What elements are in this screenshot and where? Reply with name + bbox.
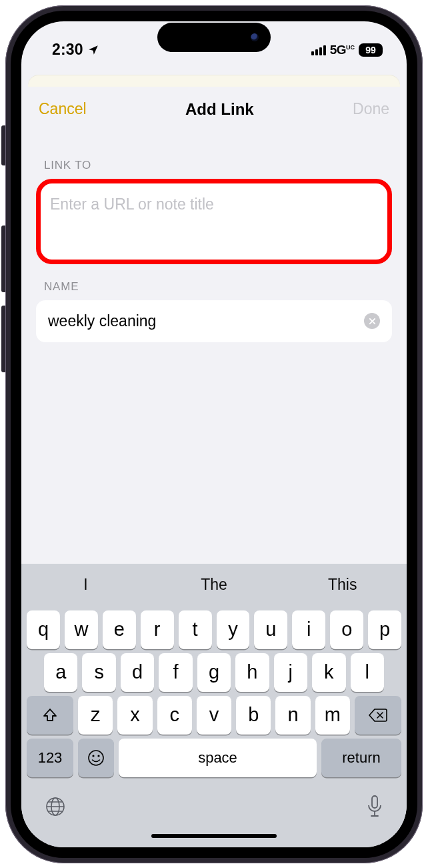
key-s[interactable]: s [82, 653, 115, 692]
key-row-1: q w e r t y u i o p [21, 606, 407, 649]
key-z[interactable]: z [78, 696, 113, 735]
key-row-3: z x c v b n m [21, 692, 407, 735]
battery-indicator: 99 [359, 43, 383, 57]
svg-rect-5 [372, 796, 377, 808]
suggestion-2[interactable]: The [150, 576, 279, 594]
key-u[interactable]: u [254, 610, 287, 649]
space-key[interactable]: space [119, 739, 317, 777]
key-h[interactable]: h [235, 653, 269, 692]
clear-name-button[interactable] [364, 313, 380, 329]
numbers-key[interactable]: 123 [27, 739, 73, 777]
key-b[interactable]: b [236, 696, 271, 735]
status-right: 5GUC 99 [311, 43, 383, 57]
key-row-2: a s d f g h j k l [21, 649, 407, 692]
suggestion-3[interactable]: This [278, 576, 407, 594]
onscreen-keyboard: I The This q w e r t y u i o p a [21, 564, 407, 847]
emoji-icon [87, 749, 105, 767]
key-n[interactable]: n [275, 696, 310, 735]
screen: 2:30 5GUC 99 [21, 21, 407, 847]
svg-point-0 [89, 751, 103, 765]
key-o[interactable]: o [330, 610, 363, 649]
network-label: 5GUC [330, 43, 355, 57]
key-q[interactable]: q [27, 610, 60, 649]
close-icon [369, 318, 376, 325]
backspace-key[interactable] [355, 696, 401, 735]
backspace-icon [369, 708, 387, 723]
shift-key[interactable] [27, 696, 73, 735]
cancel-button[interactable]: Cancel [39, 100, 87, 118]
key-d[interactable]: d [121, 653, 154, 692]
key-f[interactable]: f [159, 653, 192, 692]
home-indicator[interactable] [151, 834, 277, 838]
content-spacer [21, 342, 407, 564]
svg-point-1 [92, 755, 94, 757]
done-button[interactable]: Done [353, 100, 389, 118]
globe-icon [44, 795, 67, 818]
predictive-bar: I The This [21, 564, 407, 606]
cellular-signal-icon [311, 45, 326, 55]
key-g[interactable]: g [197, 653, 231, 692]
key-y[interactable]: y [217, 610, 250, 649]
battery-percent: 99 [359, 43, 383, 57]
key-t[interactable]: t [179, 610, 212, 649]
suggestion-1[interactable]: I [21, 576, 150, 594]
key-m[interactable]: m [315, 696, 350, 735]
key-w[interactable]: w [65, 610, 98, 649]
name-input[interactable] [48, 300, 364, 342]
name-section-label: NAME [36, 264, 392, 300]
key-j[interactable]: j [274, 653, 307, 692]
key-c[interactable]: c [157, 696, 192, 735]
link-to-field-highlight [36, 179, 392, 264]
dynamic-island [157, 23, 271, 52]
status-time: 2:30 [52, 41, 83, 59]
return-key[interactable]: return [321, 739, 401, 777]
name-field [36, 300, 392, 342]
shift-icon [42, 707, 58, 723]
location-icon [87, 44, 99, 56]
dictation-key[interactable] [365, 795, 384, 821]
status-left: 2:30 [52, 41, 99, 59]
key-p[interactable]: p [368, 610, 401, 649]
key-k[interactable]: k [312, 653, 345, 692]
key-v[interactable]: v [197, 696, 231, 735]
emoji-key[interactable] [78, 739, 114, 777]
keyboard-footer [21, 777, 407, 823]
key-e[interactable]: e [103, 610, 136, 649]
key-row-4: 123 space return [21, 735, 407, 777]
link-to-section-label: LINK TO [36, 143, 392, 179]
sheet-stack-background [28, 75, 400, 87]
key-x[interactable]: x [117, 696, 152, 735]
link-to-input[interactable] [50, 187, 378, 220]
add-link-form: LINK TO NAME [21, 131, 407, 342]
globe-key[interactable] [44, 795, 67, 820]
microphone-icon [365, 795, 384, 819]
key-r[interactable]: r [141, 610, 174, 649]
key-i[interactable]: i [292, 610, 325, 649]
modal-nav-bar: Cancel Add Link Done [21, 87, 407, 131]
svg-point-2 [97, 755, 99, 757]
key-l[interactable]: l [351, 653, 384, 692]
device-frame: 2:30 5GUC 99 [5, 5, 423, 863]
device-bezel: 2:30 5GUC 99 [11, 11, 417, 858]
key-a[interactable]: a [44, 653, 77, 692]
modal-title: Add Link [185, 100, 254, 119]
